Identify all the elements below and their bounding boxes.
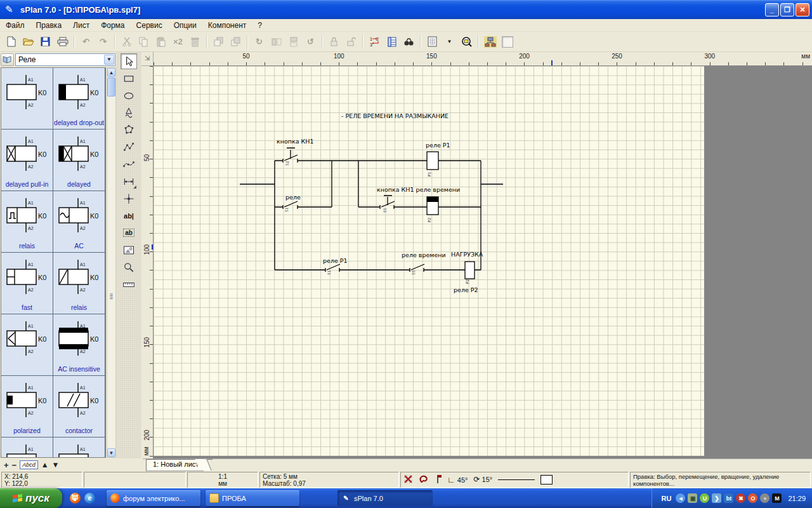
node-tool-icon[interactable] [121,190,137,206]
opera-icon[interactable]: O [748,493,757,503]
dropdown-arrow-icon[interactable]: ▼ [104,55,114,65]
angle-setting[interactable]: ∟ 45° [447,476,468,484]
duplicate-x2-icon[interactable]: ×2 [170,34,186,50]
scroll-down-icon[interactable]: ▼ [107,448,115,457]
mail-icon[interactable]: M [772,493,782,503]
firefox-quicklaunch-icon[interactable]: 🦊︎ [70,493,81,504]
task-button-firefox[interactable]: форум электрико... [107,490,200,506]
menu-item-4[interactable]: Сервис [131,20,168,31]
start-button[interactable]: пуск [0,488,62,508]
mirror-vertical-icon[interactable] [285,34,301,50]
rotate-icon[interactable]: ↻ [251,34,267,50]
ruler-corner[interactable]: ⇲ [141,52,154,66]
menu-item-5[interactable]: Опции [168,20,202,31]
scroll-up-icon[interactable]: ▲ [107,68,115,77]
polyline-tool-icon[interactable] [121,139,137,155]
image-tool-icon[interactable] [121,242,137,258]
cut-icon[interactable] [119,34,134,50]
delete-icon[interactable] [187,34,203,50]
text-tool-icon[interactable]: ab| [121,208,137,224]
component-item[interactable]: A1A2K0 [1,438,53,458]
menu-item-6[interactable]: Компонент [202,20,252,31]
close-button[interactable]: ✕ [796,3,809,17]
grid-icon[interactable] [424,34,440,50]
menu-item-3[interactable]: Форма [95,20,130,31]
move-down-icon[interactable]: ▼ [52,460,60,469]
component-item-contactor[interactable]: A1A2K0contactor [53,376,105,438]
send-to-back-icon[interactable] [228,34,244,50]
move-up-icon[interactable]: ▲ [41,460,49,469]
component-item-relais[interactable]: A1A2K0relais [1,191,53,253]
rename-button[interactable]: Abcd [20,460,38,469]
add-component-button[interactable]: + [4,460,9,470]
task-button-folder[interactable]: ПРОБА [206,490,299,506]
network-icon[interactable]: ❯ [712,493,721,503]
palette-scrollbar[interactable]: ▲ ≡≡ ▼ [107,67,116,458]
component-item-AC-insensitive[interactable]: A1A2K0AC insensitive [53,314,105,376]
unlock-icon[interactable] [343,34,359,50]
library-dropdown[interactable]: Реле ▼ [15,53,115,66]
sheet-manager-icon[interactable] [482,34,498,50]
component-item[interactable]: A1A2K0 [1,68,53,130]
undo-icon[interactable]: ↶ [78,34,94,50]
blank-icon[interactable] [499,34,515,50]
polygon-tool-icon[interactable] [121,122,137,138]
zoom-window-icon[interactable] [459,34,475,50]
copy-icon[interactable] [136,34,152,50]
remove-component-button[interactable]: − [12,460,17,470]
zoom-tool-icon[interactable] [121,259,137,275]
bt-icon[interactable]: bt [724,493,733,503]
splitter-grip-icon[interactable]: ≡≡ [108,293,115,302]
sheet-page[interactable]: - РЕЛЕ ВРЕМЕНИ НА РАЗМЫКАНИЕкнопка КН1ре… [154,66,704,456]
renumber-icon[interactable]: 123 [367,34,383,50]
mirror-horizontal-icon[interactable] [268,34,284,50]
utorrent-icon[interactable]: U [700,493,709,503]
component-item-relais[interactable]: A1A2K0relais [53,253,105,314]
component-list-icon[interactable] [384,34,400,50]
menu-item-2[interactable]: Лист [67,20,95,31]
save-file-icon[interactable] [37,34,53,50]
redo-icon[interactable]: ↷ [95,34,111,50]
minimize-button[interactable]: _ [765,3,779,17]
rotation-setting[interactable]: ⟳ 15° [473,476,492,483]
grid-dropdown-icon[interactable]: ▼ [442,34,457,50]
component-item-AC[interactable]: A1A2K0AC [53,191,105,253]
sheet-tab[interactable]: 1: Новый лист [146,459,204,471]
fill-style-sample[interactable] [540,475,553,485]
library-icon[interactable] [1,53,14,66]
bring-to-front-icon[interactable] [211,34,226,50]
component-item-fast[interactable]: A1A2K0fast [1,253,53,314]
task-button-pencil[interactable]: ✎sPlan 7.0 [337,490,433,506]
restore-button[interactable]: ❐ [780,3,794,17]
menu-item-1[interactable]: Правка [30,20,68,31]
component-item-delayed-pull-in[interactable]: A1A2K0delayed pull-in [1,130,53,191]
component-item[interactable]: A1A2K0 [1,314,53,376]
component-item-delayed[interactable]: A1A2K0delayed [53,130,105,191]
component-item-polarized[interactable]: A1A2K0polarized [1,376,53,438]
app-icon[interactable]: ● [760,493,769,503]
capture-icon[interactable]: ▣ [688,493,697,503]
freehand-icon[interactable] [419,475,428,485]
line-style-sample[interactable] [498,479,535,480]
drawing-canvas[interactable]: - РЕЛЕ ВРЕМЕНИ НА РАЗМЫКАНИЕкнопка КН1ре… [154,66,812,458]
language-indicator[interactable]: RU [660,494,674,503]
new-file-icon[interactable] [3,34,19,50]
lock-icon[interactable] [326,34,342,50]
special-shape-tool-icon[interactable] [121,105,137,121]
select-tool-icon[interactable] [121,53,137,69]
pointer-flag-icon[interactable] [434,474,442,485]
component-item[interactable]: A1A2K0 [53,438,105,458]
dimension-tool-icon[interactable] [121,173,137,189]
paste-icon[interactable] [153,34,169,50]
rectangle-tool-icon[interactable] [121,70,137,86]
measure-tool-icon[interactable] [121,276,137,292]
menu-item-7[interactable]: ? [252,20,268,31]
ie-quicklaunch-icon[interactable]: e [84,493,95,504]
open-file-icon[interactable] [20,34,36,50]
menu-item-0[interactable]: Файл [0,20,30,31]
search-icon[interactable] [401,34,417,50]
rotate-free-icon[interactable]: ↺ [303,34,318,50]
ellipse-tool-icon[interactable] [121,88,137,104]
print-icon[interactable] [55,34,70,50]
component-item-delayed-drop-out[interactable]: A1A2K0delayed drop-out [53,68,105,130]
